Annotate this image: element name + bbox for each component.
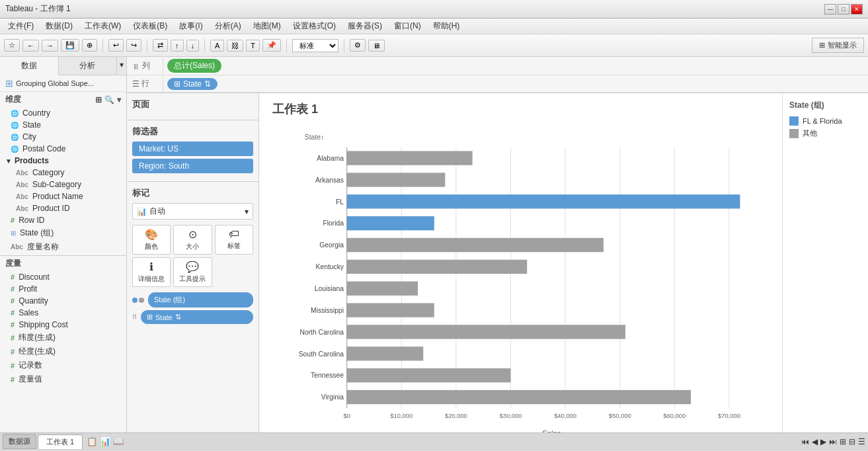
grid-large-icon[interactable]: ⊟ [849,437,855,446]
toolbar-device-button[interactable]: 🖥 [368,40,385,52]
mark-pill-stategroup[interactable]: State (组) [148,292,253,308]
filter-market-us[interactable]: Market: US [132,142,253,156]
mark-size-btn[interactable]: ⊙ 大小 [173,225,212,255]
meas-profit[interactable]: # Profit [0,283,126,295]
mark-pill-state[interactable]: ⊞ State ⇅ [141,310,253,324]
list-icon[interactable]: ☰ [858,437,865,446]
toolbar-undo-button[interactable]: ↩ [108,39,124,52]
menu-file[interactable]: 文件(F) [3,19,39,33]
mark-detail-label: 详细信息 [138,274,165,284]
mark-label-btn[interactable]: 🏷 标签 [215,225,253,255]
dim-city[interactable]: 🌐 City [0,131,126,143]
smart-display-label: 智能显示 [828,40,857,50]
maximize-button[interactable]: □ [838,4,849,15]
bottom-tab-worksheet1[interactable]: 工作表 1 [38,434,83,449]
toolbar-label-button[interactable]: T [246,40,260,52]
tab-data[interactable]: 数据 [0,57,59,75]
mark-detail-row-2: ⠿ ⊞ State ⇅ [132,310,253,324]
menu-window[interactable]: 窗口(N) [389,19,426,33]
marks-type-dropdown[interactable]: 📊 自动 ▾ [132,203,253,220]
search-icon[interactable]: 🔍 [104,95,114,104]
y-axis-label-text: State↕ [305,134,324,141]
add-sheet2-icon[interactable]: 📊 [100,436,110,446]
menu-help[interactable]: 帮助(H) [428,19,465,33]
content-area: 页面 筛选器 Market: US Region: South 标记 📊 自动 … [127,93,868,432]
toolbar-pin-button[interactable]: 📌 [262,39,281,52]
menu-worksheet[interactable]: 工作表(W) [79,19,126,33]
tab-analysis[interactable]: 分析 [59,57,118,75]
menu-story[interactable]: 故事(I) [174,19,208,33]
tab-arrow[interactable]: ▾ [117,57,126,75]
measures-section: 度量 # Discount # Profit # Quantity # Sale… [0,255,126,386]
toolbar-view-dropdown[interactable]: 标准 [292,39,338,52]
page-next-icon[interactable]: ▶ [820,437,826,446]
meas-records[interactable]: # 记录数 [0,358,126,372]
rows-pill-state[interactable]: ⊞ State ⇅ [167,78,217,90]
dim-country-label: Country [22,108,50,118]
shelves: ⫼ 列 总计(Sales) ☰ 行 ⊞ State [127,57,868,93]
svg-rect-21 [347,194,740,208]
menu-server[interactable]: 服务器(S) [342,19,387,33]
close-button[interactable]: ✕ [851,4,863,15]
dim-category[interactable]: Abc Category [0,167,126,179]
columns-pill-sales[interactable]: 总计(Sales) [167,59,221,73]
toolbar-sort-desc-button[interactable]: ↓ [186,40,200,52]
menu-dashboard[interactable]: 仪表板(B) [128,19,173,33]
menu-analysis[interactable]: 分析(A) [210,19,247,33]
grid-small-icon[interactable]: ⊞ [840,437,846,446]
toolbar-highlight-button[interactable]: A [210,40,224,52]
filter-region-south[interactable]: Region: South [132,159,253,173]
datasource-row[interactable]: ⊞ Grouping Global Supe... [0,75,126,92]
rows-pill-table-icon: ⊞ [174,79,180,89]
toolbar-forward-button[interactable]: → [42,40,58,52]
toolbar-sep1 [102,39,103,52]
hash-icon-7: # [11,334,15,342]
menu-map[interactable]: 地图(M) [248,19,286,33]
toolbar-back-button[interactable]: ← [22,40,39,52]
meas-lng[interactable]: # 经度(生成) [0,345,126,358]
meas-measurevalue[interactable]: # 度量值 [0,372,126,386]
mark-tooltip-btn[interactable]: 💬 工具提示 [173,257,212,287]
toolbar-redo-button[interactable]: ↪ [126,39,141,52]
dim-state[interactable]: 🌐 State [0,119,126,131]
dim-products-group[interactable]: ▼ Products [0,155,126,167]
meas-quantity[interactable]: # Quantity [0,295,126,307]
expand-icon[interactable]: ▾ [117,95,121,104]
dim-state-group[interactable]: ⊞ State (组) [0,226,126,240]
mark-detail-btn[interactable]: ℹ 详细信息 [132,257,171,287]
hash-icon-4: # [11,297,15,305]
meas-shippingcost[interactable]: # Shipping Cost [0,319,126,331]
dim-postalcode[interactable]: 🌐 Postal Code [0,143,126,155]
toolbar-swap-button[interactable]: ⇄ [153,39,168,52]
dim-measure-name[interactable]: Abc 度量名称 [0,240,126,254]
toolbar-sort-asc-button[interactable]: ↑ [171,40,184,52]
add-sheet-icon[interactable]: 📋 [87,436,97,446]
dim-subcategory[interactable]: Abc Sub-Category [0,179,126,190]
meas-lat[interactable]: # 纬度(生成) [0,331,126,345]
mark-color-btn[interactable]: 🎨 颜色 [132,225,171,255]
smart-display-button[interactable]: ⊞ 智能显示 [812,38,864,53]
page-first-icon[interactable]: ⏮ [801,437,809,446]
menu-data[interactable]: 数据(D) [40,19,78,33]
measures-section-header: 度量 [0,256,126,271]
toolbar-group-button[interactable]: ⛓ [227,40,243,52]
minimize-button[interactable]: — [824,4,836,15]
datasource-bottom-label[interactable]: 数据源 [3,434,36,449]
page-prev-icon[interactable]: ◀ [812,437,818,446]
meas-sales[interactable]: # Sales [0,307,126,319]
svg-text:North Carolina: North Carolina [299,329,344,336]
toolbar-save-button[interactable]: 💾 [61,39,79,52]
add-story-icon[interactable]: 📖 [113,436,124,446]
page-last-icon[interactable]: ⏭ [829,437,837,446]
dim-rowid[interactable]: # Row ID [0,214,126,226]
toolbar-fix-button[interactable]: ⚙ [350,39,366,52]
sort-icon[interactable]: ⊞ [95,95,102,104]
toolbar-addds-button[interactable]: ⊕ [82,39,97,52]
dim-productname[interactable]: Abc Product Name [0,190,126,202]
meas-discount[interactable]: # Discount [0,271,126,283]
menu-format[interactable]: 设置格式(O) [288,19,341,33]
toolbar-new-button[interactable]: ☆ [4,39,20,52]
dim-productid[interactable]: Abc Product ID [0,202,126,214]
mark-detail-row-1: State (组) [132,292,253,308]
dim-country[interactable]: 🌐 Country [0,107,126,119]
